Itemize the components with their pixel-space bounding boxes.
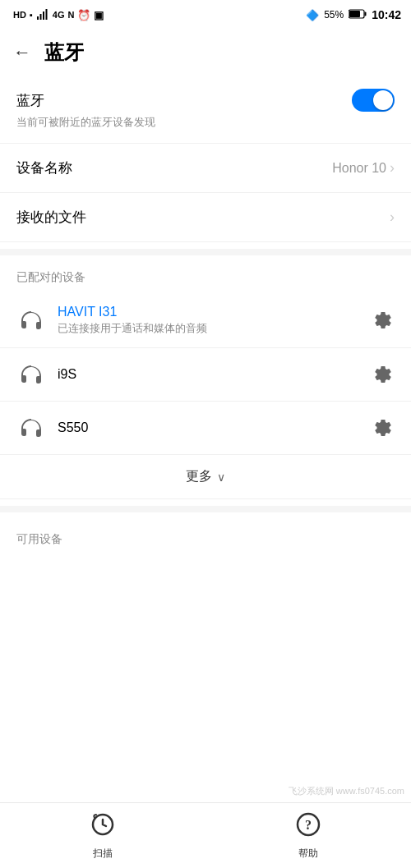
scan-icon: [90, 811, 116, 843]
battery-percent: 55%: [324, 9, 344, 21]
available-section-header: 可用设备: [0, 519, 411, 555]
gear-icon-2[interactable]: [372, 416, 395, 439]
separator-1: [0, 249, 411, 255]
svg-rect-2: [43, 11, 44, 20]
bluetooth-label: 蓝牙: [16, 91, 44, 110]
device-name-row[interactable]: 设备名称 Honor 10 ›: [0, 144, 411, 193]
device-name-1: i9S: [58, 367, 360, 382]
4g-icon: 4G: [53, 10, 65, 20]
sim-icon: ▪: [30, 10, 33, 20]
device-name-value: Honor 10: [332, 161, 386, 176]
gear-icon-1[interactable]: [372, 363, 395, 386]
available-devices-list: [0, 555, 411, 785]
received-files-right: ›: [390, 209, 395, 226]
bottom-bar: 扫描 ? 帮助: [0, 802, 411, 868]
time-display: 10:42: [372, 8, 401, 21]
page-header: ← 蓝牙: [0, 30, 411, 76]
watermark: 飞沙系统网 www.fs0745.com: [282, 782, 411, 801]
bluetooth-status-icon: 🔷: [306, 9, 319, 21]
scan-button[interactable]: 扫描: [0, 811, 206, 861]
headphone-icon-0: [16, 305, 46, 335]
svg-rect-1: [39, 14, 41, 20]
bluetooth-description: 当前可被附近的蓝牙设备发现: [16, 115, 395, 130]
bluetooth-section: 蓝牙 当前可被附近的蓝牙设备发现 设备名称 Honor 10 › 接收的文件 ›: [0, 76, 411, 242]
headphone-icon-2: [16, 413, 46, 443]
status-right-icons: 🔷 55% 10:42: [306, 8, 401, 21]
more-label: 更多: [186, 468, 212, 485]
alarm-icon: ⏰: [77, 9, 90, 21]
charge-icon: ▣: [94, 9, 104, 21]
svg-rect-6: [365, 11, 367, 16]
page-title: 蓝牙: [44, 39, 84, 66]
received-files-row[interactable]: 接收的文件 ›: [0, 193, 411, 242]
available-devices-section: 可用设备: [0, 519, 411, 785]
bluetooth-toggle[interactable]: [352, 89, 395, 112]
device-info-1: i9S: [58, 367, 360, 382]
status-bar: HD ▪ 4G N ⏰ ▣ 🔷 55% 10:42: [0, 0, 411, 30]
more-button[interactable]: 更多 ∨: [0, 455, 411, 499]
wifi-icon: [36, 8, 49, 22]
device-name-right: Honor 10 ›: [332, 159, 395, 177]
bluetooth-label-group: 蓝牙: [16, 91, 44, 110]
device-name-2: S550: [58, 420, 360, 435]
back-button[interactable]: ←: [13, 44, 31, 62]
help-icon: ?: [295, 811, 321, 843]
main-content: ← 蓝牙 蓝牙 当前可被附近的蓝牙设备发现 设备名称 Honor 10 › 接收…: [0, 30, 411, 802]
paired-devices-section: 已配对的设备 HAVIT I31 已连接接用于通话和媒体的音频: [0, 255, 411, 499]
nfc-icon: N: [67, 10, 74, 20]
svg-rect-5: [349, 11, 360, 17]
device-row[interactable]: S550: [0, 402, 411, 455]
device-info-2: S550: [58, 420, 360, 435]
bluetooth-toggle-row: 蓝牙 当前可被附近的蓝牙设备发现: [0, 76, 411, 144]
device-name-0: HAVIT I31: [58, 305, 360, 319]
device-row[interactable]: i9S: [0, 348, 411, 402]
scan-label: 扫描: [93, 847, 113, 861]
help-button[interactable]: ? 帮助: [206, 811, 411, 861]
more-chevron-icon: ∨: [217, 471, 225, 484]
device-name-chevron: ›: [390, 159, 395, 177]
separator-2: [0, 506, 411, 512]
hd-icon: HD: [13, 10, 26, 20]
device-status-0: 已连接接用于通话和媒体的音频: [58, 321, 360, 336]
device-name-label: 设备名称: [16, 158, 72, 177]
help-label: 帮助: [298, 847, 318, 861]
svg-text:?: ?: [305, 818, 312, 832]
received-files-chevron: ›: [390, 209, 395, 226]
svg-rect-0: [37, 16, 39, 20]
battery-icon: [349, 9, 367, 21]
paired-section-header: 已配对的设备: [0, 255, 411, 293]
svg-rect-3: [45, 9, 47, 20]
received-files-label: 接收的文件: [16, 208, 86, 227]
device-info-0: HAVIT I31 已连接接用于通话和媒体的音频: [58, 305, 360, 336]
status-left-icons: HD ▪ 4G N ⏰ ▣: [13, 8, 104, 22]
device-row[interactable]: HAVIT I31 已连接接用于通话和媒体的音频: [0, 293, 411, 348]
headphone-icon-1: [16, 360, 46, 389]
gear-icon-0[interactable]: [372, 309, 395, 332]
